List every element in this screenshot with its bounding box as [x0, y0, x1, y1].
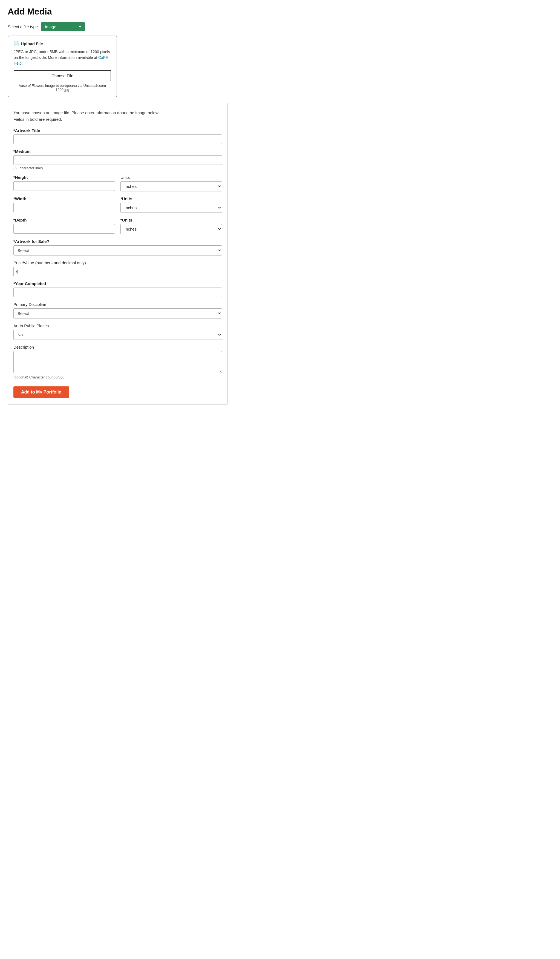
chosen-file-name: Vase of Flowers image bt europeana via U…	[14, 83, 111, 92]
height-units-label: Units	[121, 175, 222, 180]
art-public-places-group: Art in Public Places No Yes	[13, 323, 222, 340]
width-units-select[interactable]: Inches Centimeters Feet Meters	[121, 202, 222, 213]
medium-input[interactable]	[13, 155, 222, 165]
height-label: *Height	[13, 175, 115, 180]
primary-discipline-label: Primary Discipline	[13, 302, 222, 307]
price-dollar-sign: $	[16, 269, 18, 274]
artwork-for-sale-select[interactable]: Select Yes No	[13, 245, 222, 255]
description-group: Description (optional) Character count:0…	[13, 345, 222, 379]
upload-file-label: Upload File	[21, 41, 43, 46]
artwork-for-sale-group: *Artwork for Sale? Select Yes No	[13, 239, 222, 255]
upload-box: 📄 Upload File JPEG or JPG, under 5MB wit…	[8, 36, 117, 97]
artwork-title-label: *Artwork Title	[13, 128, 222, 133]
medium-label: *Medium	[13, 149, 222, 154]
year-completed-label: *Year Completed	[13, 281, 222, 286]
width-units-row: *Width *Units Inches Centimeters Feet Me…	[13, 196, 222, 213]
file-type-select[interactable]: Image Video Audio Document	[41, 22, 85, 31]
depth-units-label: *Units	[121, 218, 222, 222]
description-label: Description	[13, 345, 222, 349]
file-type-row: Select a file type Image Video Audio Doc…	[8, 22, 228, 31]
height-input[interactable]	[13, 181, 115, 191]
price-input[interactable]	[13, 267, 222, 276]
add-to-portfolio-button[interactable]: Add to My Portfolio	[13, 386, 69, 398]
page-title: Add Media	[8, 6, 228, 17]
form-intro-line1: You have chosen an image file. Please en…	[13, 110, 159, 115]
description-textarea[interactable]	[13, 351, 222, 373]
width-group: *Width	[13, 196, 115, 213]
height-units-row: *Height Units Inches Centimeters Feet Me…	[13, 175, 222, 191]
year-completed-input[interactable]	[13, 288, 222, 297]
depth-group: *Depth	[13, 218, 115, 234]
primary-discipline-group: Primary Discipline Select Painting Sculp…	[13, 302, 222, 319]
height-group: *Height	[13, 175, 115, 191]
description-char-count: (optional) Character count:0/300	[13, 375, 222, 379]
upload-desc-text: JPEG or JPG, under 5MB with a minimum of…	[14, 49, 110, 60]
media-form-section: You have chosen an image file. Please en…	[8, 103, 228, 405]
price-value-label: Price/Value (numbers and decimal only)	[13, 260, 222, 265]
form-intro-line2: Fields in bold are required.	[13, 117, 62, 121]
artwork-title-group: *Artwork Title	[13, 128, 222, 144]
medium-char-limit: (60 character limit)	[13, 166, 222, 170]
width-units-group: *Units Inches Centimeters Feet Meters	[121, 196, 222, 213]
width-label: *Width	[13, 196, 115, 201]
choose-file-button[interactable]: Choose File	[14, 70, 111, 81]
medium-group: *Medium (60 character limit)	[13, 149, 222, 170]
artwork-title-input[interactable]	[13, 134, 222, 144]
depth-label: *Depth	[13, 218, 115, 222]
height-units-select[interactable]: Inches Centimeters Feet Meters	[121, 181, 222, 191]
depth-units-select[interactable]: Inches Centimeters Feet Meters	[121, 224, 222, 234]
primary-discipline-select[interactable]: Select Painting Sculpture Photography Dr…	[13, 308, 222, 319]
form-intro: You have chosen an image file. Please en…	[13, 110, 222, 123]
depth-units-row: *Depth *Units Inches Centimeters Feet Me…	[13, 218, 222, 234]
height-units-group: Units Inches Centimeters Feet Meters	[121, 175, 222, 191]
price-input-wrapper: $	[13, 267, 222, 276]
depth-units-group: *Units Inches Centimeters Feet Meters	[121, 218, 222, 234]
width-units-label: *Units	[121, 196, 222, 201]
upload-box-title: 📄 Upload File	[14, 41, 111, 46]
artwork-for-sale-label: *Artwork for Sale?	[13, 239, 222, 244]
art-public-places-label: Art in Public Places	[13, 323, 222, 328]
depth-input[interactable]	[13, 224, 115, 234]
price-value-group: Price/Value (numbers and decimal only) $	[13, 260, 222, 276]
width-input[interactable]	[13, 202, 115, 212]
upload-file-icon: 📄	[14, 41, 19, 46]
year-completed-group: *Year Completed	[13, 281, 222, 297]
art-public-places-select[interactable]: No Yes	[13, 330, 222, 340]
file-type-select-wrapper: Image Video Audio Document ▼	[41, 22, 85, 31]
upload-box-description: JPEG or JPG, under 5MB with a minimum of…	[14, 49, 111, 66]
file-type-label: Select a file type	[8, 24, 38, 29]
